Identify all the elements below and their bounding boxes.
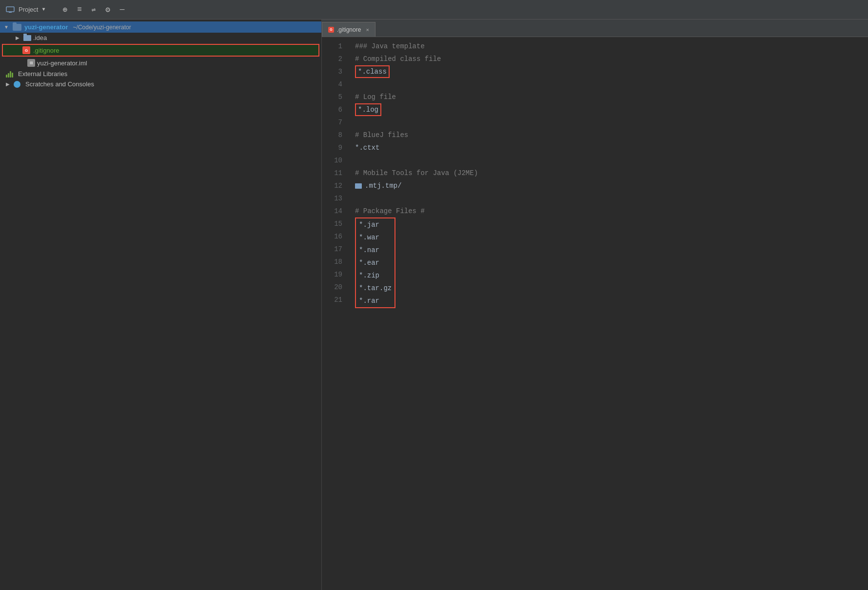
tab-gitignore[interactable]: G .gitignore ×: [322, 22, 375, 37]
idea-folder-icon: [23, 35, 31, 41]
root-folder-icon: [13, 24, 21, 31]
code-line-13: [351, 192, 868, 205]
iml-label: yuzi-generator.iml: [37, 59, 87, 67]
line-num-10: 10: [322, 154, 346, 167]
line-num-6: 6: [322, 103, 346, 116]
code-line-3: *.class: [351, 65, 868, 78]
editor-content: 1 2 3 4 5 6 7 8 9 10 11 12 13 14 15 16 1…: [322, 37, 868, 590]
code-text-11: # Mobile Tools for Java (J2ME): [355, 168, 478, 178]
code-text-16: *.war: [359, 232, 379, 243]
idea-label: .idea: [33, 34, 47, 41]
sidebar-root: ▼ yuzi-generator ~/Code/yuzi-generator ▶…: [0, 20, 321, 91]
line-num-14: 14: [322, 205, 346, 217]
tab-close-button[interactable]: ×: [366, 27, 369, 33]
line-num-2: 2: [322, 53, 346, 65]
code-text-4: [355, 79, 359, 90]
code-text-2: # Compiled class file: [355, 54, 441, 64]
code-line-21: *.rar: [359, 295, 392, 307]
line-folder-icon: [355, 183, 362, 189]
scratches-icon: [14, 81, 20, 88]
sidebar-root-item[interactable]: ▼ yuzi-generator ~/Code/yuzi-generator: [0, 21, 321, 33]
code-text-13: [355, 193, 359, 204]
root-expand-arrow: ▼: [4, 24, 10, 30]
code-line-2: # Compiled class file: [351, 53, 868, 65]
line-num-17: 17: [322, 243, 346, 256]
svg-rect-1: [9, 12, 12, 13]
code-line-17: *.nar: [359, 244, 392, 256]
toolbar-left: Project ▼: [6, 6, 45, 13]
code-package-group: *.jar *.war *.nar *.ear *.zip: [355, 217, 868, 308]
package-files-box: *.jar *.war *.nar *.ear *.zip: [355, 217, 395, 308]
main-content: ▼ yuzi-generator ~/Code/yuzi-generator ▶…: [0, 20, 868, 590]
add-icon[interactable]: ⊕: [62, 5, 67, 15]
code-line-16: *.war: [359, 231, 392, 244]
project-icon: [6, 6, 15, 13]
sidebar-item-idea[interactable]: ▶ .idea: [0, 33, 321, 43]
line-num-12: 12: [322, 179, 346, 192]
code-text-5: # Log file: [355, 92, 396, 102]
code-text-6-boxed: *.log: [355, 103, 381, 116]
toolbar: Project ▼ ⊕ ≡ ⇌ ⚙ —: [0, 0, 868, 20]
svg-rect-0: [6, 7, 14, 12]
line-num-21: 21: [322, 294, 346, 306]
code-text-14: # Package Files #: [355, 206, 425, 216]
code-line-8: # BlueJ files: [351, 129, 868, 141]
tab-bar: G .gitignore ×: [322, 20, 868, 37]
line-num-19: 19: [322, 268, 346, 281]
iml-file-icon: ▤: [27, 59, 35, 67]
ext-libs-label: External Libraries: [18, 70, 67, 78]
code-text-9: *.ctxt: [355, 142, 379, 153]
project-label[interactable]: Project: [19, 6, 38, 13]
line-num-20: 20: [322, 281, 346, 294]
sidebar: ▼ yuzi-generator ~/Code/yuzi-generator ▶…: [0, 20, 322, 590]
line-num-15: 15: [322, 217, 346, 230]
line-num-18: 18: [322, 256, 346, 268]
sidebar-item-scratches[interactable]: ▶ Scratches and Consoles: [0, 79, 321, 89]
code-text-1: ### Java template: [355, 41, 425, 52]
sidebar-item-iml[interactable]: ▤ yuzi-generator.iml: [0, 58, 321, 68]
code-text-7: [355, 117, 359, 128]
line-num-3: 3: [322, 65, 346, 78]
code-text-20: *.tar.gz: [359, 283, 392, 294]
code-line-15: *.jar: [359, 218, 392, 231]
idea-expand-arrow: ▶: [16, 35, 21, 40]
code-line-9: *.ctxt: [351, 141, 868, 154]
toolbar-icons: ⊕ ≡ ⇌ ⚙ —: [62, 5, 124, 15]
gitignore-label: .gitignore: [33, 47, 59, 54]
line-num-16: 16: [322, 230, 346, 243]
line-num-5: 5: [322, 91, 346, 103]
code-line-4: [351, 78, 868, 91]
line-num-9: 9: [322, 141, 346, 154]
root-path: ~/Code/yuzi-generator: [73, 24, 131, 31]
code-line-20: *.tar.gz: [359, 282, 392, 295]
tab-file-icon: G: [328, 27, 334, 33]
scratches-label: Scratches and Consoles: [25, 80, 94, 88]
code-line-11: # Mobile Tools for Java (J2ME): [351, 167, 868, 179]
code-area[interactable]: ### Java template # Compiled class file …: [351, 37, 868, 590]
line-num-11: 11: [322, 167, 346, 179]
line-num-7: 7: [322, 116, 346, 129]
code-line-6: *.log: [351, 103, 868, 116]
tab-label: .gitignore: [337, 26, 361, 33]
editor: G .gitignore × 1 2 3 4 5 6 7 8 9 10 11 1…: [322, 20, 868, 590]
scratches-expand-arrow: ▶: [6, 81, 12, 87]
minimize-icon[interactable]: —: [120, 5, 125, 14]
code-text-15: *.jar: [359, 219, 379, 230]
code-line-7: [351, 116, 868, 129]
project-dropdown-icon[interactable]: ▼: [42, 7, 45, 12]
code-line-10: [351, 154, 868, 167]
code-text-17: *.nar: [359, 245, 379, 256]
sidebar-item-ext-libs[interactable]: External Libraries: [0, 68, 321, 79]
code-text-12: .mtj.tmp/: [365, 180, 402, 191]
gitignore-file-icon: G: [22, 46, 30, 54]
sidebar-item-gitignore[interactable]: G .gitignore: [2, 44, 319, 57]
line-num-1: 1: [322, 40, 346, 53]
swap-icon[interactable]: ⇌: [92, 5, 96, 14]
code-line-14: # Package Files #: [351, 205, 868, 217]
root-label: yuzi-generator: [24, 23, 68, 31]
line-numbers: 1 2 3 4 5 6 7 8 9 10 11 12 13 14 15 16 1…: [322, 37, 351, 590]
code-text-3-boxed: *.class: [355, 65, 390, 78]
settings-icon[interactable]: ⚙: [105, 5, 110, 15]
align-icon[interactable]: ≡: [77, 5, 82, 14]
code-line-1: ### Java template: [351, 40, 868, 53]
